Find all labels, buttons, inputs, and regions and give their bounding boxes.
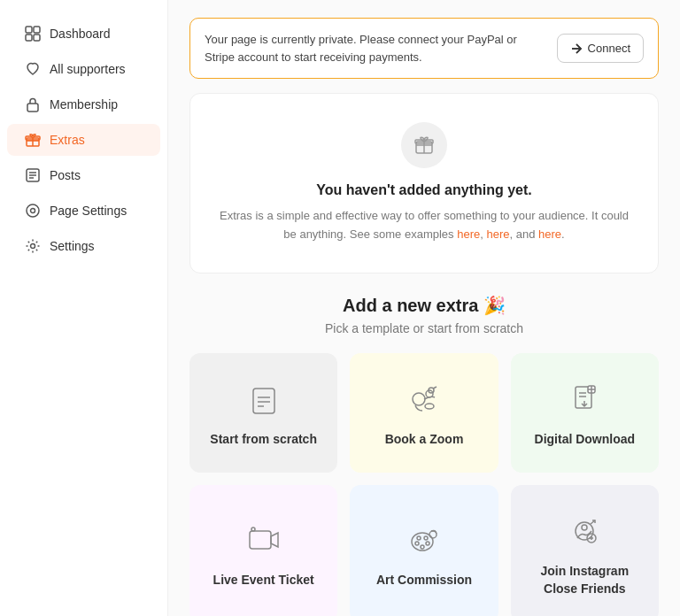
- svg-point-35: [424, 536, 428, 540]
- template-grid: Start from scratch Book a Zoom: [189, 353, 659, 616]
- scratch-icon: [243, 378, 285, 420]
- template-label-zoom: Book a Zoom: [385, 431, 464, 449]
- add-extra-subtitle: Pick a template or start from scratch: [189, 321, 659, 335]
- alert-banner: Your page is currently private. Please c…: [189, 18, 659, 79]
- sidebar-label-extras: Extras: [50, 133, 85, 147]
- svg-rect-1: [34, 27, 40, 33]
- empty-state-card: You haven't added anything yet. Extras i…: [189, 93, 659, 273]
- connect-icon: [570, 42, 583, 55]
- svg-line-24: [433, 387, 437, 389]
- template-label-download: Digital Download: [535, 431, 636, 449]
- svg-point-22: [425, 404, 434, 409]
- svg-point-11: [31, 209, 35, 213]
- svg-point-41: [582, 525, 587, 530]
- sidebar: Dashboard All supporters Membership: [0, 0, 168, 616]
- svg-point-36: [415, 542, 419, 545]
- template-card-download[interactable]: Digital Download: [511, 353, 659, 474]
- svg-rect-0: [26, 27, 32, 33]
- sidebar-label-dashboard: Dashboard: [50, 27, 111, 41]
- template-label-event: Live Event Ticket: [213, 572, 314, 589]
- zoom-icon: [403, 378, 445, 420]
- posts-icon: [25, 167, 41, 183]
- empty-title: You haven't added anything yet.: [212, 182, 637, 198]
- svg-point-37: [426, 542, 429, 545]
- sidebar-label-posts: Posts: [50, 168, 81, 182]
- svg-point-13: [31, 244, 35, 249]
- heart-icon: [25, 61, 41, 77]
- sidebar-label-settings: Settings: [50, 239, 95, 253]
- svg-point-34: [417, 536, 421, 540]
- instagram-icon: [563, 510, 606, 552]
- add-extra-title: Add a new extra 🎉: [189, 295, 659, 316]
- sidebar-item-all-supporters[interactable]: All supporters: [7, 53, 160, 85]
- connect-button[interactable]: Connect: [557, 34, 644, 63]
- sidebar-item-extras[interactable]: Extras: [7, 124, 160, 156]
- page-settings-icon: [25, 203, 41, 219]
- settings-icon: [25, 238, 41, 254]
- sidebar-item-posts[interactable]: Posts: [7, 159, 160, 191]
- svg-point-38: [421, 545, 424, 549]
- art-icon: [403, 519, 445, 561]
- svg-point-20: [413, 393, 425, 405]
- video-icon: [243, 519, 285, 561]
- alert-text: Your page is currently private. Please c…: [205, 31, 546, 65]
- lock-icon: [25, 96, 41, 112]
- example-link-1[interactable]: here: [457, 227, 480, 241]
- download-icon: [563, 378, 606, 420]
- svg-rect-31: [250, 531, 271, 549]
- template-card-zoom[interactable]: Book a Zoom: [350, 353, 498, 474]
- add-extra-section: Add a new extra 🎉 Pick a template or sta…: [189, 295, 659, 335]
- template-label-commission: Art Commission: [376, 572, 472, 589]
- template-card-commission[interactable]: Art Commission: [350, 485, 498, 616]
- dashboard-icon: [25, 26, 41, 42]
- empty-icon: [401, 122, 447, 168]
- svg-point-12: [27, 204, 39, 217]
- gift-icon: [25, 132, 41, 148]
- sidebar-label-membership: Membership: [50, 97, 118, 112]
- svg-rect-2: [26, 35, 32, 41]
- svg-rect-16: [253, 389, 274, 413]
- sidebar-label-page-settings: Page Settings: [50, 204, 127, 218]
- empty-description: Extras is a simple and effective way to …: [212, 207, 637, 244]
- sidebar-item-dashboard[interactable]: Dashboard: [7, 18, 160, 50]
- template-card-instagram[interactable]: Join Instagram Close Friends: [511, 485, 659, 616]
- sidebar-item-membership[interactable]: Membership: [7, 89, 160, 120]
- template-card-scratch[interactable]: Start from scratch: [189, 353, 337, 474]
- example-link-3[interactable]: here: [538, 227, 561, 241]
- example-link-2[interactable]: here: [486, 227, 509, 241]
- sidebar-item-settings[interactable]: Settings: [7, 230, 160, 262]
- template-label-scratch: Start from scratch: [210, 431, 317, 449]
- svg-rect-3: [34, 35, 40, 41]
- main-content: Your page is currently private. Please c…: [168, 0, 680, 616]
- template-card-event[interactable]: Live Event Ticket: [189, 485, 337, 616]
- svg-rect-4: [27, 104, 38, 112]
- svg-point-32: [251, 527, 255, 531]
- template-label-instagram: Join Instagram Close Friends: [525, 563, 645, 597]
- sidebar-item-page-settings[interactable]: Page Settings: [7, 195, 160, 227]
- sidebar-label-all-supporters: All supporters: [50, 62, 126, 76]
